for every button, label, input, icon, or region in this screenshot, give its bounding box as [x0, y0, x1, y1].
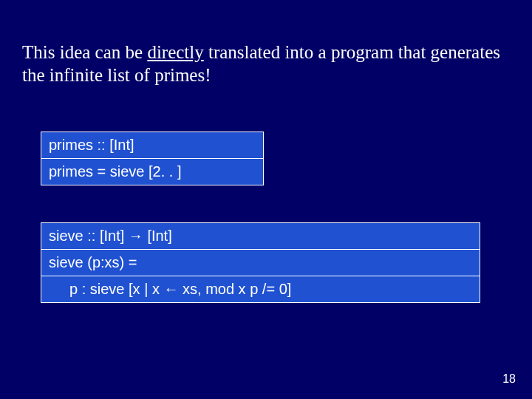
- code-indent: p : sieve [x | x xs, mod x p /= 0]: [49, 281, 291, 297]
- slide: This idea can be directly translated int…: [0, 0, 532, 399]
- page-number: 18: [502, 372, 516, 386]
- heading-pre: This idea can be: [22, 42, 147, 62]
- code-line: primes :: [Int]: [41, 132, 263, 159]
- slide-heading: This idea can be directly translated int…: [22, 41, 510, 87]
- code-text: sieve :: [Int]: [49, 228, 129, 244]
- arrow-left-icon: [163, 281, 178, 297]
- code-block-primes: primes :: [Int] primes = sieve [2. . ]: [41, 132, 264, 185]
- code-text: p : sieve [x | x: [69, 281, 163, 297]
- code-line: sieve :: [Int] [Int]: [41, 223, 480, 250]
- code-text: [Int]: [143, 228, 172, 244]
- code-line: primes = sieve [2. . ]: [41, 159, 263, 185]
- code-text: xs, mod x p /= 0]: [178, 281, 291, 297]
- code-line: p : sieve [x | x xs, mod x p /= 0]: [41, 276, 480, 302]
- code-block-sieve: sieve :: [Int] [Int] sieve (p:xs) = p : …: [41, 222, 480, 303]
- code-line: sieve (p:xs) =: [41, 250, 480, 276]
- heading-underlined: directly: [147, 42, 203, 62]
- arrow-right-icon: [129, 228, 143, 244]
